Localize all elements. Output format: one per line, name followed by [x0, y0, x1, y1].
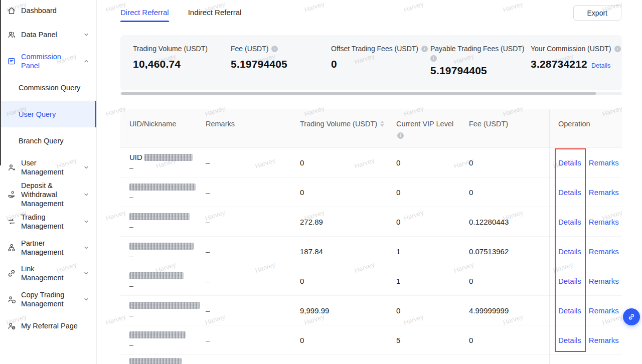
stat-value: 5.19794405 [231, 58, 331, 70]
table-row: – – 0 0 0 DetailsRemarks [120, 177, 622, 207]
table-row: UID – – 0 0 0 DetailsRemarks [120, 148, 622, 177]
masked-uid [144, 154, 193, 161]
main-content: Direct Referral Indirect Referral Export… [97, 0, 642, 364]
sidebar-item-my-referral-page[interactable]: My Referral Page [0, 313, 96, 339]
sidebar-item-commission-panel[interactable]: Commission Panel [0, 48, 96, 74]
remarks-link[interactable]: Remarks [589, 247, 619, 256]
table-row: – – 187.84 1 0.07513962 DetailsRemarks [120, 237, 622, 266]
sidebar-item-label: Branch Query [19, 137, 63, 145]
info-icon[interactable] [614, 46, 621, 52]
info-icon[interactable] [271, 46, 278, 52]
stat-your-commission: Your Commission (USDT) 3.28734212 Detail… [531, 44, 622, 90]
sidebar-item-user-query[interactable]: User Query [0, 101, 96, 127]
details-link[interactable]: Details [558, 247, 581, 256]
sidebar-item-deposit-withdrawal-management[interactable]: Deposit & Withdrawal Management [0, 180, 96, 209]
sidebar-item-branch-query[interactable]: Branch Query [0, 127, 96, 154]
commission-details-link[interactable]: Details [591, 62, 610, 69]
masked-uid [129, 272, 184, 279]
remark-cell: – [206, 218, 300, 226]
remarks-link[interactable]: Remarks [589, 306, 619, 315]
sidebar-item-data-panel[interactable]: Data Panel [0, 21, 96, 48]
stat-label: Fee (USDT) [231, 44, 268, 53]
column-header-label: Trading Volume (USDT) [300, 119, 377, 128]
fixed-column-divider [549, 109, 550, 364]
export-button[interactable]: Export [573, 5, 621, 21]
sidebar-item-label: Commission Query [19, 84, 80, 92]
stat-value: 10,460.74 [133, 58, 231, 70]
sidebar-item-trading-management[interactable]: Trading Management [0, 209, 96, 235]
info-icon[interactable] [397, 132, 404, 139]
fee-cell: 0 [469, 336, 549, 344]
masked-uid [129, 184, 196, 191]
remark-cell: – [206, 247, 300, 256]
info-icon[interactable] [421, 46, 428, 52]
masked-uid [129, 331, 186, 338]
sidebar-item-label: Link Management [21, 264, 78, 282]
horizontal-scrollbar-handle[interactable] [121, 92, 596, 95]
column-header-uid: UID/Nickname [120, 119, 206, 128]
sidebar-item-label: Dashboard [21, 6, 89, 15]
remark-cell: – [206, 336, 300, 344]
trading-management-icon [7, 217, 16, 226]
remarks-link[interactable]: Remarks [589, 277, 619, 285]
chevron-down-icon [83, 164, 89, 170]
table-row: – – 0 1 0 DetailsRemarks [120, 266, 622, 296]
remark-cell: – [206, 306, 300, 315]
tab-bar: Direct Referral Indirect Referral [120, 0, 642, 26]
table-row: – – 0 5 0 DetailsRemarks [120, 325, 622, 355]
stat-value: 0 [331, 58, 430, 70]
stat-value: 5.19794405 [430, 65, 531, 77]
remarks-link[interactable]: Remarks [589, 336, 619, 344]
stat-payable-trading-fees: Payable Trading Fees (USDT) 5.19794405 [430, 44, 531, 90]
sidebar-item-link-management[interactable]: Link Management [0, 261, 96, 286]
remarks-link[interactable]: Remarks [589, 218, 619, 226]
sidebar-item-dashboard[interactable]: Dashboard [0, 0, 96, 21]
vip-level-cell: 0 [396, 306, 469, 315]
details-link[interactable]: Details [558, 336, 581, 344]
details-link[interactable]: Details [558, 188, 581, 197]
sidebar-item-label: Data Panel [21, 30, 78, 39]
stat-offset-trading-fees: Offset Trading Fees (USDT) 0 [331, 44, 430, 90]
sort-icon[interactable] [380, 121, 384, 127]
uid-subtext: – [129, 223, 206, 231]
window-edge [0, 0, 1, 165]
table-row-partial [120, 355, 622, 364]
trading-volume-cell: 0 [300, 336, 396, 344]
remarks-link[interactable]: Remarks [589, 188, 619, 197]
sidebar-item-user-management[interactable]: User Management [0, 154, 96, 180]
tab-indirect-referral[interactable]: Indirect Referral [188, 0, 242, 22]
trading-volume-cell: 9,999.99 [300, 306, 396, 315]
fee-cell: 0 [469, 188, 549, 197]
details-link[interactable]: Details [558, 306, 581, 315]
stat-label: Payable Trading Fees (USDT) [430, 44, 525, 53]
link-icon [627, 313, 635, 321]
stat-label: Your Commission (USDT) [531, 44, 611, 53]
table-row: – – 9,999.99 0 4.99999999 DetailsRemarks [120, 296, 622, 325]
details-link[interactable]: Details [558, 158, 581, 167]
sidebar-item-label: My Referral Page [21, 321, 89, 330]
sidebar-item-label: Partner Management [21, 239, 78, 257]
chevron-down-icon [83, 245, 89, 251]
info-icon[interactable] [430, 55, 437, 62]
details-link[interactable]: Details [558, 218, 581, 226]
sidebar-item-label: User Management [21, 158, 78, 176]
sidebar-item-copy-trading-management[interactable]: Copy Trading Management [0, 286, 96, 313]
fee-cell: 0.07513962 [469, 247, 549, 256]
details-link[interactable]: Details [558, 277, 581, 285]
summary-card: Trading Volume (USDT) 10,460.74 Fee (USD… [120, 35, 622, 90]
sidebar-item-commission-query[interactable]: Commission Query [0, 74, 96, 101]
sidebar-item-partner-management[interactable]: Partner Management [0, 235, 96, 261]
fee-cell: 0.12280443 [469, 218, 549, 226]
table-row: – – 272.89 0 0.12280443 DetailsRemarks [120, 207, 622, 237]
trading-volume-cell: 0 [300, 158, 396, 167]
referral-link-fab[interactable] [623, 308, 640, 325]
data-panel-icon [7, 30, 16, 39]
fee-cell: 0 [469, 277, 549, 285]
referral-table: UID/Nickname Remarks Trading Volume (USD… [120, 109, 622, 364]
tab-direct-referral[interactable]: Direct Referral [120, 0, 169, 22]
sidebar-item-label: Copy Trading Management [21, 290, 78, 308]
sidebar: Dashboard Data Panel Commission Panel Co… [0, 0, 97, 364]
remarks-link[interactable]: Remarks [589, 158, 619, 167]
vip-level-cell: 1 [396, 247, 469, 256]
deposit-withdrawal-icon [7, 190, 16, 199]
